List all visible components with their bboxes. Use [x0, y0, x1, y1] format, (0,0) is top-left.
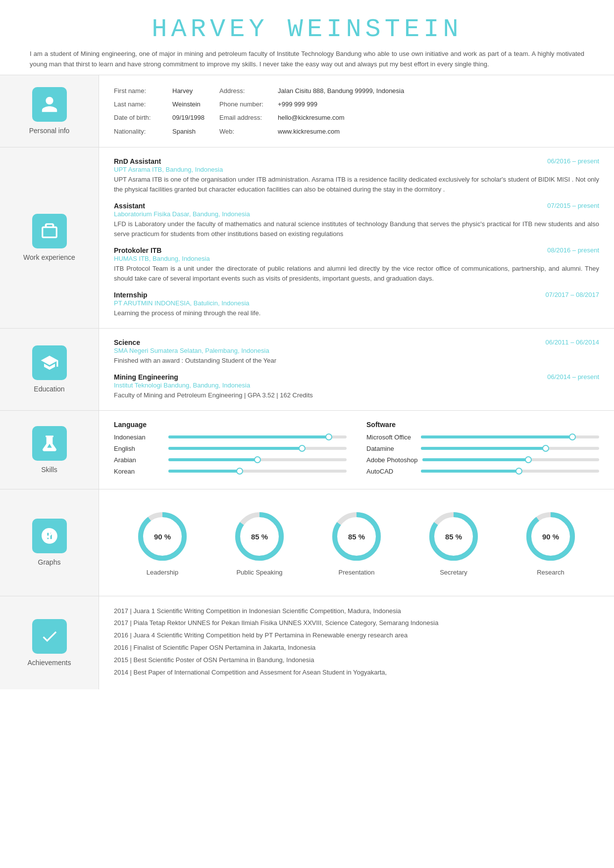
graph-name-secretary: Secretary — [440, 569, 467, 576]
exp-org-3: HUMAS ITB, Bandung, Indonesia — [114, 255, 599, 262]
graphs-container: 90 % Leadership 85 % Public Speaking — [114, 499, 599, 586]
graph-secretary: 85 % Secretary — [426, 509, 481, 576]
education-section: Education Science 06/2011 – 06/2014 SMA … — [0, 328, 614, 410]
edu-date-1: 06/2011 – 06/2014 — [546, 338, 599, 346]
software-col: Software Microsoft Office Datamine — [366, 421, 599, 479]
label-phone: Phone number: — [219, 98, 274, 110]
skill-name-photoshop: Adobe Photoshop — [366, 456, 417, 464]
exp-date-4: 07/2017 – 08/2017 — [546, 291, 599, 298]
work-experience-section: Work experience RnD Assistant 06/2016 – … — [0, 147, 614, 328]
graduation-icon — [40, 353, 59, 372]
person-icon — [40, 95, 59, 114]
label-dob: Date of birth: — [114, 112, 168, 123]
skill-name-msoffice: Microsoft Office — [366, 434, 416, 441]
exp-header-4: Internship 07/2017 – 08/2017 — [114, 291, 599, 299]
exp-header-2: Assistant 07/2015 – present — [114, 202, 599, 210]
skill-bar-korean — [168, 470, 347, 473]
edu-item-1: Science 06/2011 – 06/2014 SMA Negeri Sum… — [114, 338, 599, 366]
personal-info-grid: First name: Harvey Last name: Weinstein … — [114, 85, 599, 138]
edu-header-1: Science 06/2011 – 06/2014 — [114, 338, 599, 346]
skill-bar-msoffice — [421, 435, 599, 438]
skills-icon — [32, 426, 67, 461]
skill-fill-msoffice — [421, 435, 572, 438]
graph-presentation: 85 % Presentation — [329, 509, 384, 576]
skill-fill-indonesian — [168, 435, 329, 438]
personal-info-left: Personal info — [0, 75, 99, 147]
personal-info-icon — [32, 87, 67, 122]
exp-org-2: Laboratorium Fisika Dasar, Bandung, Indo… — [114, 210, 599, 218]
header-section: HARVEY WEINSTEIN I am a student of Minin… — [0, 0, 614, 75]
edu-org-1: SMA Negeri Sumatera Selatan, Palembang, … — [114, 347, 599, 354]
exp-title-1: RnD Assistant — [114, 157, 161, 165]
skill-arabian: Arabian — [114, 456, 347, 464]
skills-section: Skills Language Indonesian English — [0, 410, 614, 489]
work-exp-left: Work experience — [0, 147, 99, 328]
graphs-left: Graphs — [0, 489, 99, 596]
work-exp-label: Work experience — [23, 253, 75, 261]
value-lastname: Weinstein — [172, 98, 201, 110]
edu-item-2: Mining Engineering 06/2014 – present Ins… — [114, 373, 599, 400]
info-lastname: Last name: Weinstein — [114, 98, 205, 110]
edu-title-2: Mining Engineering — [114, 373, 178, 381]
info-col-left: First name: Harvey Last name: Weinstein … — [114, 85, 205, 138]
exp-org-4: PT ARUTMIN INDONESIA, Batulicin, Indones… — [114, 299, 599, 307]
edu-org-2: Institut Teknologi Bandung, Bandung, Ind… — [114, 382, 599, 389]
skill-autocad: AutoCAD — [366, 468, 599, 475]
graphs-icon — [32, 519, 67, 553]
exp-title-2: Assistant — [114, 202, 145, 210]
chart-icon — [40, 527, 59, 545]
achievement-5: 2015 | Best Scientific Poster of OSN Per… — [114, 655, 599, 666]
skill-photoshop: Adobe Photoshop — [366, 456, 599, 464]
donut-leadership: 90 % — [135, 509, 190, 564]
skill-circle-indonesian — [325, 434, 332, 440]
personal-info-content: First name: Harvey Last name: Weinstein … — [99, 75, 614, 147]
skill-circle-korean — [236, 468, 243, 475]
education-label: Education — [34, 385, 64, 393]
exp-date-3: 08/2016 – present — [547, 246, 599, 254]
graph-leadership: 90 % Leadership — [135, 509, 190, 576]
value-email: hello@kickresume.com — [278, 112, 345, 123]
exp-item-4: Internship 07/2017 – 08/2017 PT ARUTMIN … — [114, 291, 599, 318]
skill-circle-english — [299, 445, 306, 452]
achievements-section: Achievements 2017 | Juara 1 Scientific W… — [0, 596, 614, 690]
skill-fill-autocad — [421, 470, 519, 473]
exp-date-1: 06/2016 – present — [547, 157, 599, 165]
exp-desc-1: UPT Asrama ITB is one of the organisatio… — [114, 175, 599, 194]
work-exp-content: RnD Assistant 06/2016 – present UPT Asra… — [99, 147, 614, 328]
language-col: Language Indonesian English — [114, 421, 347, 479]
exp-item-2: Assistant 07/2015 – present Laboratorium… — [114, 202, 599, 239]
donut-label-secretary: 85 % — [445, 532, 462, 540]
info-nationality: Nationality: Spanish — [114, 126, 205, 137]
edu-desc-1: Finished with an award : Outstanding Stu… — [114, 356, 599, 366]
label-nationality: Nationality: — [114, 126, 168, 137]
graphs-content: 90 % Leadership 85 % Public Speaking — [99, 489, 614, 596]
achievements-content: 2017 | Juara 1 Scientific Writing Compet… — [99, 596, 614, 690]
info-dob: Date of birth: 09/19/1998 — [114, 112, 205, 123]
work-exp-icon — [32, 214, 67, 248]
skill-name-indonesian: Indonesian — [114, 434, 163, 441]
candidate-name: HARVEY WEINSTEIN — [30, 15, 584, 44]
exp-title-3: Protokoler ITB — [114, 246, 161, 254]
label-firstname: First name: — [114, 85, 168, 96]
info-firstname: First name: Harvey — [114, 85, 205, 96]
value-phone: +999 999 999 — [278, 98, 317, 110]
exp-org-1: UPT Asrama ITB, Bandung, Indonesia — [114, 166, 599, 173]
skill-name-english: English — [114, 445, 163, 452]
briefcase-icon — [40, 222, 59, 241]
skills-left: Skills — [0, 411, 99, 489]
skill-bar-datamine — [421, 447, 599, 450]
achievement-6: 2014 | Best Paper of International Compe… — [114, 668, 599, 678]
software-col-title: Software — [366, 421, 599, 429]
edu-title-1: Science — [114, 338, 140, 346]
graph-name-research: Research — [537, 569, 564, 576]
skill-bar-photoshop — [422, 458, 599, 461]
edu-desc-2: Faculty of Mining and Petroleum Engineer… — [114, 390, 599, 400]
skill-indonesian: Indonesian — [114, 434, 347, 441]
exp-item-3: Protokoler ITB 08/2016 – present HUMAS I… — [114, 246, 599, 283]
skill-fill-arabian — [168, 458, 257, 461]
value-firstname: Harvey — [172, 85, 193, 96]
personal-info-section: Personal info First name: Harvey Last na… — [0, 75, 614, 147]
info-phone: Phone number: +999 999 999 — [219, 98, 404, 110]
exp-title-4: Internship — [114, 291, 148, 299]
label-email: Email address: — [219, 112, 274, 123]
